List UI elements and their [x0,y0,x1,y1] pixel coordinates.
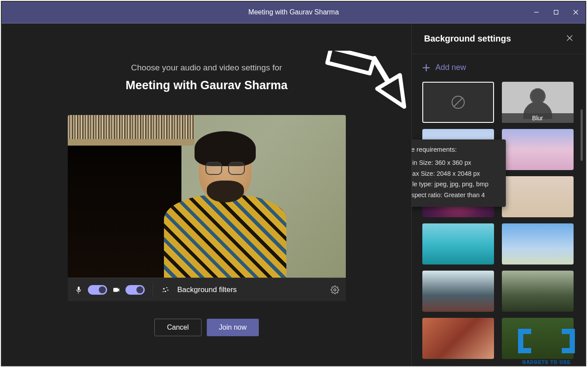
no-background-icon [451,95,466,110]
background-filters-icon [161,285,170,295]
divider [153,283,153,296]
background-settings-panel: Background settings Add new Blur [411,24,585,366]
microphone-toggle[interactable] [88,285,107,295]
background-tile-none[interactable] [422,82,494,123]
watermark: GADGETS TO USE [518,329,575,362]
image-requirements-tooltip: Image requirements: Min Size: 360 x 360 … [412,139,506,207]
add-new-label: Add new [435,63,466,72]
maximize-button[interactable] [546,1,566,23]
plus-icon [422,64,430,72]
background-tile[interactable] [422,318,494,359]
background-tile[interactable] [422,223,494,265]
add-new-button[interactable]: Add new [422,63,575,72]
video-preview-card: Background filters [68,115,346,301]
settings-gear-icon[interactable] [330,285,340,295]
minimize-button[interactable] [526,1,546,23]
window-title: Meeting with Gaurav Sharma [248,8,339,16]
cancel-button[interactable]: Cancel [154,319,202,336]
tooltip-item: Max Size: 2048 x 2048 px [412,168,499,179]
title-bar: Meeting with Gaurav Sharma [2,2,585,24]
window-controls [526,2,585,23]
background-tile[interactable] [502,271,574,312]
join-now-button[interactable]: Join now [207,319,259,336]
background-tile[interactable] [422,271,494,312]
blur-label: Blur [502,113,574,123]
svg-line-15 [454,98,463,107]
background-tile-blur[interactable]: Blur [502,82,574,123]
svg-rect-1 [554,10,558,14]
svg-point-5 [166,287,167,288]
av-controls-bar: Background filters [68,278,346,301]
panel-body: Add new Blur [412,54,585,366]
svg-point-7 [164,290,166,292]
body-area: Choose your audio and video settings for… [2,24,585,366]
camera-toggle[interactable] [125,285,145,295]
svg-point-8 [163,291,164,292]
action-buttons: Cancel Join now [154,319,259,336]
tooltip-item: Aspect ratio: Greater than 4 [412,190,499,201]
svg-point-6 [167,289,168,291]
tooltip-title: Image requirements: [412,146,499,153]
background-tile[interactable] [502,223,574,265]
background-tile[interactable] [502,129,574,170]
choose-settings-text: Choose your audio and video settings for [131,63,282,73]
background-filters-label[interactable]: Background filters [177,285,237,294]
tooltip-item: Min Size: 360 x 360 px [412,157,499,168]
watermark-text: GADGETS TO USE [515,360,578,365]
meeting-title: Meeting with Gaurav Sharma [125,79,288,92]
panel-scrollbar[interactable] [581,109,583,161]
annotation-arrow-icon [317,51,414,112]
svg-point-4 [163,288,164,289]
close-button[interactable] [566,1,585,23]
background-grid: Blur [422,82,575,359]
camera-preview [68,115,346,278]
app-window: Meeting with Gaurav Sharma Choose your a… [1,1,586,366]
tooltip-item: File type: jpeg, jpg, png, bmp [412,179,499,190]
main-panel: Choose your audio and video settings for… [2,24,411,366]
background-tile[interactable] [502,176,574,217]
microphone-icon [74,285,84,295]
svg-point-9 [334,289,336,291]
camera-icon [111,285,121,295]
panel-header: Background settings [412,24,585,54]
panel-title: Background settings [424,34,511,44]
panel-close-button[interactable] [566,35,573,43]
